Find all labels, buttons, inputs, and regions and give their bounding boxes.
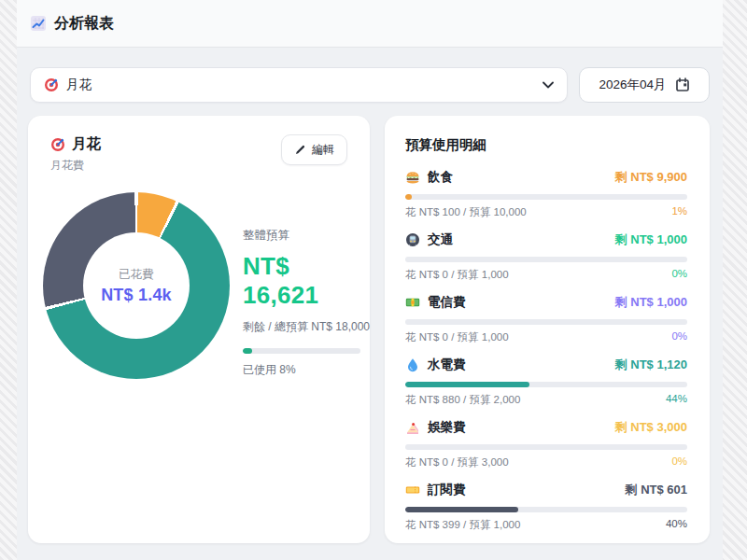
- item-progress-bar: [405, 507, 687, 512]
- droplet-icon: [405, 357, 420, 372]
- item-percent: 0%: [671, 455, 687, 469]
- item-name: 訂閱費: [428, 482, 466, 498]
- month-picker[interactable]: 2026年04月: [579, 67, 710, 103]
- item-name: 水電費: [428, 357, 466, 373]
- filter-row: 月花 2026年04月: [17, 48, 723, 103]
- target-icon: [50, 137, 65, 152]
- budget-summary-card: 月花 月花費 編輯 已花費 NT$ 1.4k: [28, 116, 370, 543]
- budget-item-transport: 交通 剩 NT$ 1,000 花 NT$ 0 / 預算 1,0000%: [405, 231, 687, 282]
- item-progress-fill: [405, 382, 529, 387]
- item-progress-bar: [405, 319, 687, 325]
- budget-detail-card: 預算使用明細 飲食 剩 NT$ 9,900 花 NT$ 100 / 預算 10,…: [385, 116, 710, 543]
- item-percent: 44%: [666, 393, 687, 407]
- item-detail: 花 NT$ 399 / 預算 1,000: [405, 518, 520, 532]
- item-name: 娛樂費: [428, 419, 466, 436]
- item-progress-fill: [405, 507, 518, 512]
- budget-item-food: 飲食 剩 NT$ 9,900 花 NT$ 100 / 預算 10,0001%: [405, 169, 687, 219]
- item-detail: 花 NT$ 0 / 預算 1,000: [405, 330, 509, 344]
- budget-subtitle: 月花費: [50, 158, 101, 174]
- total-budget-label: 剩餘 / 總預算 NT$ 18,000: [243, 319, 370, 335]
- item-progress-bar: [405, 444, 687, 450]
- target-icon: [44, 77, 59, 92]
- cards-row: 月花 月花費 編輯 已花費 NT$ 1.4k: [17, 103, 723, 543]
- item-name: 電信費: [428, 294, 466, 311]
- donut-center-label: 已花費: [119, 267, 154, 283]
- used-percent-label: 已使用 8%: [243, 362, 370, 378]
- edit-button[interactable]: 編輯: [281, 134, 347, 165]
- month-picker-value: 2026年04月: [599, 77, 666, 93]
- budget-item-entertainment: 娛樂費 剩 NT$ 3,000 花 NT$ 0 / 預算 3,0000%: [405, 419, 687, 469]
- item-name: 交通: [428, 231, 453, 248]
- item-detail: 花 NT$ 100 / 預算 10,000: [405, 205, 527, 219]
- item-remaining: 剩 NT$ 9,900: [615, 169, 687, 186]
- overall-budget-label: 整體預算: [243, 228, 370, 244]
- item-remaining: 剩 NT$ 1,120: [615, 357, 687, 373]
- budget-title-text: 月花: [72, 134, 101, 154]
- item-percent: 0%: [671, 268, 687, 282]
- budget-select[interactable]: 月花: [30, 67, 568, 103]
- burger-icon: [405, 170, 420, 185]
- item-remaining: 剩 NT$ 601: [626, 482, 687, 498]
- detail-card-title: 預算使用明細: [405, 136, 687, 154]
- budget-title: 月花: [50, 134, 101, 154]
- item-remaining: 剩 NT$ 3,000: [615, 419, 687, 436]
- item-progress-bar: [405, 382, 687, 387]
- item-detail: 花 NT$ 880 / 預算 2,000: [405, 393, 520, 407]
- app-header: 分析報表: [17, 0, 723, 48]
- item-progress-bar: [405, 194, 687, 200]
- app-viewport: 分析報表 月花 2026年04月 月花 月花費: [17, 0, 723, 560]
- edit-button-label: 編輯: [312, 142, 334, 158]
- chevron-down-icon: [543, 81, 554, 89]
- item-remaining: 剩 NT$ 1,000: [615, 294, 687, 311]
- item-remaining: 剩 NT$ 1,000: [615, 231, 687, 248]
- budget-item-subscription: 訂閱費 剩 NT$ 601 花 NT$ 399 / 預算 1,00040%: [405, 482, 687, 532]
- metro-icon: [405, 232, 420, 247]
- item-percent: 0%: [671, 330, 687, 344]
- donut-center: 已花費 NT$ 1.4k: [83, 232, 190, 339]
- page-title: 分析報表: [30, 14, 114, 34]
- item-detail: 花 NT$ 0 / 預算 1,000: [405, 268, 509, 282]
- ticket-icon: [405, 483, 420, 497]
- item-percent: 40%: [666, 518, 687, 532]
- page-title-text: 分析報表: [54, 14, 114, 34]
- budget-item-utilities: 水電費 剩 NT$ 1,120 花 NT$ 880 / 預算 2,00044%: [405, 357, 687, 407]
- remaining-amount: NT$ 16,621: [243, 252, 370, 310]
- item-percent: 1%: [671, 205, 687, 219]
- pencil-icon: [294, 144, 306, 156]
- trend-chart-icon: [30, 15, 47, 32]
- item-detail: 花 NT$ 0 / 預算 3,000: [405, 455, 509, 469]
- item-progress-bar: [405, 257, 687, 262]
- budget-select-value: 月花: [66, 77, 92, 93]
- calendar-icon: [675, 77, 690, 92]
- donut-center-value: NT$ 1.4k: [101, 286, 172, 305]
- spending-donut-chart: 已花費 NT$ 1.4k: [43, 192, 230, 379]
- overall-usage-bar: [243, 348, 360, 354]
- banknote-icon: [405, 295, 420, 310]
- overall-usage-bar-fill: [243, 348, 252, 354]
- item-progress-fill: [405, 194, 412, 200]
- cake-icon: [405, 420, 420, 435]
- item-name: 飲食: [428, 169, 453, 186]
- budget-item-telecom: 電信費 剩 NT$ 1,000 花 NT$ 0 / 預算 1,0000%: [405, 294, 687, 344]
